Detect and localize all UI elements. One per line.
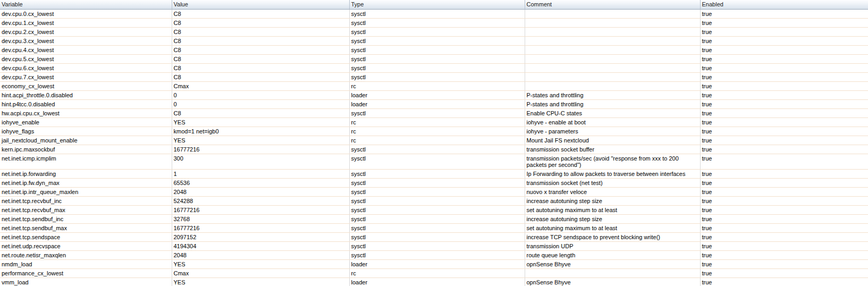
- header-row: VariableValueTypeCommentEnabled: [0, 0, 868, 10]
- table-row[interactable]: dev.cpu.3.cx_lowestC8sysctltrue: [0, 37, 868, 46]
- table-row[interactable]: jail_nextcloud_mount_enableYESrcMount Ja…: [0, 136, 868, 145]
- cell-type: sysctl: [349, 145, 525, 154]
- cell-comment: increase autotuning step size: [525, 215, 700, 224]
- cell-variable: dev.cpu.0.cx_lowest: [0, 10, 172, 19]
- cell-value: C8: [172, 73, 349, 82]
- cell-enabled: true: [700, 55, 868, 64]
- cell-comment: [525, 82, 700, 91]
- cell-value: YES: [172, 136, 349, 145]
- cell-value: 65536: [172, 179, 349, 188]
- table-row[interactable]: performance_cx_lowestCmaxrctrue: [0, 269, 868, 278]
- cell-type: sysctl: [349, 224, 525, 233]
- cell-value: 300: [172, 154, 349, 170]
- table-row[interactable]: economy_cx_lowestCmaxrctrue: [0, 82, 868, 91]
- cell-type: sysctl: [349, 170, 525, 179]
- table-row[interactable]: net.inet.ip.forwarding1sysctlIp Forwardi…: [0, 170, 868, 179]
- table-row[interactable]: hw.acpi.cpu.cx_lowestC8sysctlEnable CPU-…: [0, 109, 868, 118]
- table-row[interactable]: net.inet.udp.recvspace4194304sysctltrans…: [0, 242, 868, 251]
- cell-variable: net.inet.tcp.sendbuf_max: [0, 224, 172, 233]
- cell-enabled: true: [700, 127, 868, 136]
- tunables-table: VariableValueTypeCommentEnabled dev.cpu.…: [0, 0, 868, 286]
- cell-comment: [525, 73, 700, 82]
- cell-type: sysctl: [349, 251, 525, 260]
- cell-variable: hint.p4tcc.0.disabled: [0, 100, 172, 109]
- cell-comment: increase TCP sendspace to prevent blocki…: [525, 233, 700, 242]
- cell-enabled: true: [700, 179, 868, 188]
- cell-comment: Ip Forwarding to allow packets to traver…: [525, 170, 700, 179]
- cell-value: 524288: [172, 197, 349, 206]
- table-row[interactable]: dev.cpu.1.cx_lowestC8sysctltrue: [0, 19, 868, 28]
- cell-type: sysctl: [349, 215, 525, 224]
- table-row[interactable]: net.inet.tcp.sendbuf_max16777216sysctlse…: [0, 224, 868, 233]
- cell-value: C8: [172, 109, 349, 118]
- cell-type: sysctl: [349, 73, 525, 82]
- table-row[interactable]: dev.cpu.6.cx_lowestC8sysctltrue: [0, 64, 868, 73]
- cell-enabled: true: [700, 224, 868, 233]
- cell-value: C8: [172, 46, 349, 55]
- table-row[interactable]: vmm_loadYESloaderopnSense Bhyvetrue: [0, 278, 868, 286]
- cell-type: sysctl: [349, 242, 525, 251]
- cell-type: loader: [349, 260, 525, 269]
- table-row[interactable]: net.inet.ip.fw.dyn_max65536sysctltransmi…: [0, 179, 868, 188]
- cell-type: sysctl: [349, 46, 525, 55]
- cell-type: sysctl: [349, 55, 525, 64]
- table-row[interactable]: dev.cpu.4.cx_lowestC8sysctltrue: [0, 46, 868, 55]
- table-row[interactable]: net.inet.tcp.sendspace2097152sysctlincre…: [0, 233, 868, 242]
- cell-enabled: true: [700, 28, 868, 37]
- column-header-comment[interactable]: Comment: [525, 0, 700, 10]
- cell-comment: [525, 28, 700, 37]
- column-header-type[interactable]: Type: [349, 0, 525, 10]
- cell-enabled: true: [700, 197, 868, 206]
- cell-enabled: true: [700, 170, 868, 179]
- table-row[interactable]: dev.cpu.0.cx_lowestC8sysctltrue: [0, 10, 868, 19]
- cell-variable: dev.cpu.5.cx_lowest: [0, 55, 172, 64]
- cell-type: rc: [349, 136, 525, 145]
- cell-value: C8: [172, 28, 349, 37]
- table-row[interactable]: net.inet.tcp.sendbuf_inc32768sysctlincre…: [0, 215, 868, 224]
- column-header-enabled[interactable]: Enabled: [700, 0, 868, 10]
- table-row[interactable]: iohyve_flagskmod=1 net=igb0rciohyve - pa…: [0, 127, 868, 136]
- table-row[interactable]: net.inet.icmp.icmplim300sysctltransmissi…: [0, 154, 868, 170]
- table-row[interactable]: dev.cpu.7.cx_lowestC8sysctltrue: [0, 73, 868, 82]
- cell-variable: dev.cpu.3.cx_lowest: [0, 37, 172, 46]
- cell-comment: nuovo x transfer veloce: [525, 188, 700, 197]
- table-row[interactable]: dev.cpu.2.cx_lowestC8sysctltrue: [0, 28, 868, 37]
- cell-type: rc: [349, 82, 525, 91]
- cell-enabled: true: [700, 73, 868, 82]
- table-row[interactable]: hint.p4tcc.0.disabled0loaderP-states and…: [0, 100, 868, 109]
- column-header-variable[interactable]: Variable: [0, 0, 172, 10]
- column-header-value[interactable]: Value: [172, 0, 349, 10]
- cell-comment: Enable CPU-C states: [525, 109, 700, 118]
- cell-type: sysctl: [349, 19, 525, 28]
- cell-variable: nmdm_load: [0, 260, 172, 269]
- cell-comment: transmission packets/sec (avoid "respons…: [525, 154, 700, 170]
- table-row[interactable]: net.inet.tcp.recvbuf_max16777216sysctlse…: [0, 206, 868, 215]
- cell-comment: iohyve - parameters: [525, 127, 700, 136]
- table-row[interactable]: nmdm_loadYESloaderopnSense Bhyvetrue: [0, 260, 868, 269]
- table-row[interactable]: dev.cpu.5.cx_lowestC8sysctltrue: [0, 55, 868, 64]
- cell-variable: net.inet.tcp.sendbuf_inc: [0, 215, 172, 224]
- cell-value: 1: [172, 170, 349, 179]
- cell-variable: hw.acpi.cpu.cx_lowest: [0, 109, 172, 118]
- table-row[interactable]: iohyve_enableYESrciohyve - enable at boo…: [0, 118, 868, 127]
- cell-enabled: true: [700, 64, 868, 73]
- cell-enabled: true: [700, 19, 868, 28]
- table-row[interactable]: net.route.netisr_maxqlen2048sysctlroute …: [0, 251, 868, 260]
- cell-variable: hint.acpi_throttle.0.disabled: [0, 91, 172, 100]
- cell-type: sysctl: [349, 233, 525, 242]
- table-row[interactable]: net.inet.tcp.recvbuf_inc524288sysctlincr…: [0, 197, 868, 206]
- cell-comment: [525, 55, 700, 64]
- cell-value: C8: [172, 19, 349, 28]
- cell-value: 2097152: [172, 233, 349, 242]
- cell-variable: net.inet.tcp.recvbuf_max: [0, 206, 172, 215]
- table-row[interactable]: net.inet.ip.intr_queue_maxlen2048sysctln…: [0, 188, 868, 197]
- cell-value: YES: [172, 278, 349, 286]
- table-row[interactable]: hint.acpi_throttle.0.disabled0loaderP-st…: [0, 91, 868, 100]
- cell-value: 2048: [172, 188, 349, 197]
- cell-comment: transmission UDP: [525, 242, 700, 251]
- cell-type: sysctl: [349, 154, 525, 170]
- cell-enabled: true: [700, 109, 868, 118]
- cell-variable: net.inet.udp.recvspace: [0, 242, 172, 251]
- cell-value: C8: [172, 37, 349, 46]
- table-row[interactable]: kern.ipc.maxsockbuf16777216sysctltransmi…: [0, 145, 868, 154]
